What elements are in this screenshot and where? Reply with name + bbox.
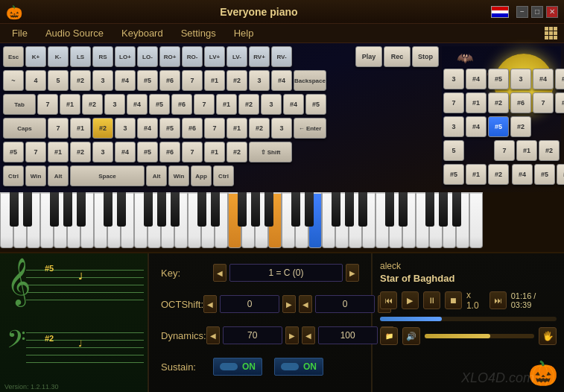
key-alt-l[interactable]: Alt <box>48 165 69 186</box>
key-7c[interactable]: 7 <box>194 94 215 115</box>
key-ctrl-r[interactable]: Ctrl <box>213 165 234 186</box>
r-sharp2a[interactable]: #2 <box>488 92 509 113</box>
key-arrow-left[interactable]: ◀ <box>213 264 226 282</box>
key-tab[interactable]: Tab <box>3 94 36 115</box>
key-ls[interactable]: LS <box>70 46 91 67</box>
r-3a[interactable]: 3 <box>443 69 464 89</box>
key-sharp1-e[interactable]: #1 <box>226 118 247 139</box>
key-7g[interactable]: 7 <box>182 142 203 162</box>
black-key-14[interactable] <box>251 192 260 227</box>
key-arrow-right[interactable]: ▶ <box>346 264 359 282</box>
key-3a[interactable]: 3 <box>92 70 113 91</box>
r-7b[interactable]: 7 <box>533 92 554 113</box>
key-sharp1-a[interactable]: #1 <box>204 70 225 91</box>
key-7d[interactable]: 7 <box>48 118 69 139</box>
key-roplus[interactable]: RO+ <box>159 46 180 67</box>
black-key-19[interactable] <box>345 192 354 227</box>
black-key-9[interactable] <box>157 192 166 227</box>
key-win-r[interactable]: Win <box>168 165 189 186</box>
key-stop[interactable]: Stop <box>412 46 439 67</box>
key-sharp5-f[interactable]: #5 <box>137 142 158 162</box>
black-key-8[interactable] <box>144 192 153 227</box>
menu-settings[interactable]: Settings <box>172 26 225 40</box>
black-key-1[interactable] <box>10 192 19 227</box>
key-lvminus[interactable]: LV- <box>226 46 247 67</box>
black-key-15[interactable] <box>264 192 273 227</box>
black-key-25[interactable] <box>452 192 461 227</box>
key-sharp1-g[interactable]: #1 <box>204 142 225 162</box>
r-sharp2d[interactable]: #2 <box>539 140 560 161</box>
key-sharp4-c[interactable]: #4 <box>127 94 148 115</box>
black-key-18[interactable] <box>332 192 340 227</box>
key-sharp5-e[interactable]: #5 <box>3 142 24 162</box>
key-sharp1-b[interactable]: #1 <box>60 94 80 115</box>
r-sharp4[interactable]: #4 <box>466 69 487 89</box>
key-sharp4-e[interactable]: #4 <box>137 118 158 139</box>
white-key-36[interactable] <box>469 192 483 248</box>
key-sharp6-a[interactable]: #6 <box>159 70 180 91</box>
key-app[interactable]: App <box>191 165 212 186</box>
player-play-btn[interactable]: ▶ <box>402 291 419 309</box>
key-esc[interactable]: Esc <box>3 46 24 67</box>
grid-icon[interactable] <box>545 27 558 40</box>
menu-keyboard[interactable]: Keyboard <box>113 26 172 40</box>
key-7b[interactable]: 7 <box>37 94 58 115</box>
key-kminus[interactable]: K- <box>48 46 69 67</box>
key-sharp6-c[interactable]: #6 <box>182 118 203 139</box>
player-next-btn[interactable]: ⏭ <box>489 291 507 309</box>
key-7a[interactable]: 7 <box>182 70 203 91</box>
r-7a[interactable]: 7 <box>443 92 464 113</box>
r-sharp5[interactable]: #5 <box>488 69 509 89</box>
r-7c[interactable]: 7 <box>494 140 515 161</box>
r-sharp6c[interactable]: #6 <box>557 164 564 185</box>
menu-help[interactable]: Help <box>225 26 263 40</box>
key-sharp1-c[interactable]: #1 <box>216 94 237 115</box>
key-rvminus[interactable]: RV- <box>271 46 292 67</box>
key-sharp5-d[interactable]: #5 <box>159 118 180 139</box>
dyn-arrow-left-2[interactable]: ◀ <box>302 326 315 344</box>
black-key-24[interactable] <box>439 192 448 227</box>
hand-icon-btn[interactable]: 🖐 <box>539 327 557 345</box>
player-prev-btn[interactable]: ⏮ <box>380 291 397 309</box>
key-sharp5-c[interactable]: #5 <box>305 94 326 115</box>
key-sharp2-h[interactable]: #2 <box>226 142 247 162</box>
key-rvplus[interactable]: RV+ <box>249 46 270 67</box>
key-lominus[interactable]: LO- <box>137 46 158 67</box>
oct-arrow-right-1[interactable]: ▶ <box>282 295 296 313</box>
key-sharp4-f[interactable]: #4 <box>115 142 136 162</box>
black-key-23[interactable] <box>425 192 434 227</box>
key-sharp1-d[interactable]: #1 <box>70 118 91 139</box>
key-5[interactable]: 5 <box>48 70 69 91</box>
key-win-l[interactable]: Win <box>25 165 46 186</box>
r-sharp5b[interactable]: #5 <box>555 69 564 89</box>
key-kplus[interactable]: K+ <box>25 46 46 67</box>
key-space[interactable]: Space <box>70 165 145 186</box>
r-5[interactable]: 5 <box>443 140 464 161</box>
key-backspace[interactable]: Backspace <box>294 70 326 91</box>
black-key-16[interactable] <box>291 192 300 227</box>
r-sharp2c[interactable]: #2 <box>510 116 531 137</box>
key-3g[interactable]: 3 <box>92 142 113 162</box>
r-sharp1d[interactable]: #1 <box>466 164 487 185</box>
maximize-button[interactable]: □ <box>531 6 543 18</box>
black-key-10[interactable] <box>171 192 180 227</box>
r-sharp5-blue[interactable]: #5 <box>488 116 509 137</box>
r-sharp4d[interactable]: #4 <box>512 164 533 185</box>
dyn-arrow-right-1[interactable]: ▶ <box>285 326 299 344</box>
sustain-toggle-2[interactable]: ON <box>274 358 323 376</box>
black-key-21[interactable] <box>385 192 394 227</box>
key-7e[interactable]: 7 <box>204 118 225 139</box>
r-sharp5d[interactable]: #5 <box>534 164 555 185</box>
r-sharp1a[interactable]: #1 <box>466 92 487 113</box>
black-key-7[interactable] <box>117 192 126 227</box>
black-key-3[interactable] <box>50 192 59 227</box>
vol-mute-btn[interactable]: 🔊 <box>402 327 420 345</box>
r-sharp1b[interactable]: #1 <box>555 92 564 113</box>
key-sharp5-a[interactable]: #5 <box>137 70 158 91</box>
player-pause-btn[interactable]: ⏸ <box>423 291 440 309</box>
black-key-13[interactable] <box>238 192 247 227</box>
key-rominus[interactable]: RO- <box>182 46 203 67</box>
key-sharp1-f[interactable]: #1 <box>48 142 69 162</box>
key-rs[interactable]: RS <box>92 46 113 67</box>
key-ctrl-l[interactable]: Ctrl <box>3 165 24 186</box>
